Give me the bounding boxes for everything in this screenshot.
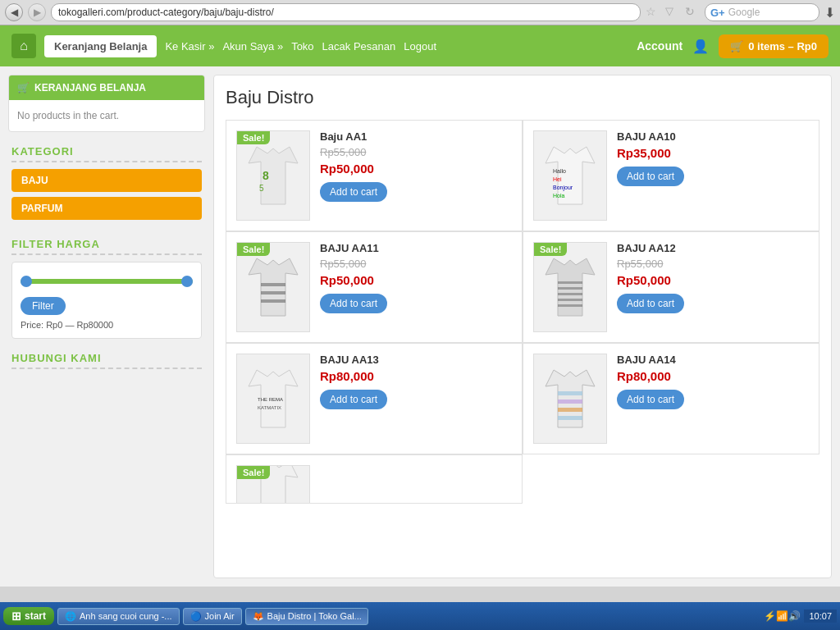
- taskbar-label-2: Baju Distro | Toko Gal...: [267, 611, 362, 621]
- add-to-cart-2[interactable]: Add to cart: [617, 167, 684, 186]
- product-image-7: Sale!: [236, 465, 310, 504]
- store-link[interactable]: Toko: [291, 40, 313, 52]
- add-to-cart-5[interactable]: Add to cart: [320, 390, 387, 409]
- add-to-cart-1[interactable]: Add to cart: [320, 182, 387, 202]
- product-image-1: Sale! 8 5: [236, 130, 310, 221]
- sale-price-1: Rp50,000: [320, 162, 387, 176]
- product-info-3: BAJU AA11 Rp55,000 Rp50,000 Add to cart: [320, 242, 387, 332]
- nav-right: Account 👤 🛒 0 items – Rp0: [637, 34, 829, 58]
- svg-text:Hei: Hei: [553, 176, 562, 182]
- track-link[interactable]: Lacak Pesanan: [322, 40, 396, 52]
- checkout-link[interactable]: Ke Kasir »: [165, 40, 214, 52]
- taskbar-item-2[interactable]: 🦊 Baju Distro | Toko Gal...: [245, 608, 368, 625]
- cart-widget-icon: 🛒: [17, 82, 30, 94]
- product-name-4: BAJU AA12: [617, 242, 684, 254]
- product-image-4: Sale!: [533, 242, 607, 332]
- slider-handle-left[interactable]: [21, 276, 32, 287]
- product-cell-6: BAJU AA14 Rp80,000 Add to cart: [523, 343, 819, 454]
- svg-text:KATMATIX: KATMATIX: [258, 405, 281, 410]
- filter-button[interactable]: Filter: [21, 297, 66, 315]
- slider-handle-right[interactable]: [181, 276, 193, 287]
- tshirt-svg-4: [541, 250, 599, 324]
- cart-widget-header: 🛒 KERANJANG BELANJA: [9, 75, 204, 100]
- price-5: Rp80,000: [320, 369, 387, 383]
- kategori-parfum[interactable]: PARFUM: [11, 197, 202, 220]
- add-to-cart-6[interactable]: Add to cart: [617, 390, 684, 409]
- svg-rect-22: [558, 391, 582, 395]
- sale-price-4: Rp50,000: [617, 273, 684, 287]
- product-info-5: BAJU AA13 Rp80,000 Add to cart: [320, 354, 387, 444]
- svg-text:Bonjour: Bonjour: [553, 185, 573, 191]
- sale-badge-4: Sale!: [534, 243, 567, 256]
- kategori-baju[interactable]: BAJU: [11, 169, 202, 192]
- sale-badge-3: Sale!: [237, 243, 270, 256]
- taskbar-item-0[interactable]: 🌐 Anh sang cuoi cung -...: [57, 608, 180, 625]
- back-button[interactable]: ◀: [5, 3, 23, 21]
- tshirt-svg-5: THE REMA KATMATIX: [244, 362, 302, 436]
- product-cell-5: THE REMA KATMATIX BAJU AA13 Rp80,000 Add…: [226, 343, 523, 454]
- price-slider-track[interactable]: [21, 279, 193, 284]
- product-cell-4: Sale! BAJU AA12 Rp55,000 Rp50,000 Add to…: [523, 231, 819, 343]
- forward-button[interactable]: ▶: [28, 3, 46, 21]
- taskbar-icon-2: 🦊: [253, 611, 264, 622]
- bookmark-icon[interactable]: ☆: [646, 5, 660, 20]
- product-info-1: Baju AA1 Rp55,000 Rp50,000 Add to cart: [320, 130, 387, 221]
- sale-badge-1: Sale!: [237, 131, 270, 144]
- original-price-4: Rp55,000: [617, 258, 684, 270]
- product-name-5: BAJU AA13: [320, 354, 387, 366]
- cart-nav-button[interactable]: Keranjang Belanja: [44, 35, 157, 57]
- tshirt-svg-2: Hallo Hei Bonjour Hola: [541, 139, 599, 212]
- logout-link[interactable]: Logout: [404, 40, 436, 52]
- address-bar[interactable]: tokogalleri.com/product-category/baju/ba…: [51, 3, 641, 21]
- svg-rect-23: [558, 399, 582, 404]
- filter-title: FILTER HARGA: [11, 233, 202, 255]
- price-6: Rp80,000: [617, 369, 684, 383]
- svg-marker-0: [249, 147, 298, 204]
- tshirt-svg-3: [244, 250, 302, 324]
- svg-text:5: 5: [259, 184, 264, 193]
- refresh-icon[interactable]: ▽: [665, 5, 680, 20]
- taskbar-icon-1: 🔵: [190, 611, 202, 622]
- google-icon: G+: [710, 7, 725, 19]
- product-name-1: Baju AA1: [320, 130, 387, 143]
- tshirt-svg-6: [541, 362, 599, 436]
- page-title: Baju Distro: [226, 87, 819, 108]
- cart-icon: 🛒: [730, 40, 743, 52]
- price-2: Rp35,000: [617, 146, 684, 160]
- reload-icon[interactable]: ↻: [685, 5, 700, 20]
- product-image-3: Sale!: [236, 242, 310, 332]
- product-name-3: BAJU AA11: [320, 242, 387, 254]
- account-link[interactable]: Akun Saya »: [222, 40, 283, 52]
- search-bar[interactable]: G+ Google: [705, 3, 819, 21]
- sidebar: 🛒 KERANJANG BELANJA No products in the c…: [8, 75, 205, 578]
- filter-box: Filter Price: Rp0 — Rp80000: [11, 262, 202, 339]
- add-to-cart-3[interactable]: Add to cart: [320, 294, 387, 313]
- svg-rect-25: [558, 416, 582, 420]
- account-icon: 👤: [692, 39, 709, 54]
- account-label: Account: [637, 39, 682, 52]
- url-text: tokogalleri.com/product-category/baju/ba…: [58, 7, 274, 18]
- svg-rect-9: [261, 283, 285, 286]
- cart-button[interactable]: 🛒 0 items – Rp0: [719, 34, 829, 58]
- product-grid: Sale! 8 5 Baju AA1 Rp55,000 Rp50,000 Add…: [226, 120, 819, 504]
- product-name-6: BAJU AA14: [617, 354, 684, 366]
- cart-label: 0 items – Rp0: [748, 40, 817, 52]
- svg-rect-17: [558, 304, 582, 307]
- tshirt-svg-1: 8 5: [244, 139, 302, 212]
- svg-text:THE REMA: THE REMA: [258, 397, 283, 402]
- product-info-4: BAJU AA12 Rp55,000 Rp50,000 Add to cart: [617, 242, 684, 332]
- nav-bar: ⌂ Keranjang Belanja Ke Kasir » Akun Saya…: [0, 25, 840, 66]
- home-button[interactable]: ⌂: [11, 34, 36, 58]
- svg-rect-16: [558, 299, 582, 301]
- download-icon[interactable]: ⬇: [824, 5, 835, 21]
- product-info-6: BAJU AA14 Rp80,000 Add to cart: [617, 354, 684, 444]
- sale-badge-7: Sale!: [237, 466, 270, 479]
- taskbar-item-1[interactable]: 🔵 Join Air: [183, 608, 242, 625]
- start-button[interactable]: ⊞ start: [3, 607, 54, 625]
- product-name-2: BAJU AA10: [617, 130, 684, 143]
- svg-rect-11: [261, 299, 285, 303]
- svg-rect-24: [558, 408, 582, 412]
- hubungi-title: HUBUNGI KAMI: [11, 347, 202, 369]
- sys-tray-icons: ⚡📶🔊: [764, 610, 801, 622]
- add-to-cart-4[interactable]: Add to cart: [617, 294, 684, 313]
